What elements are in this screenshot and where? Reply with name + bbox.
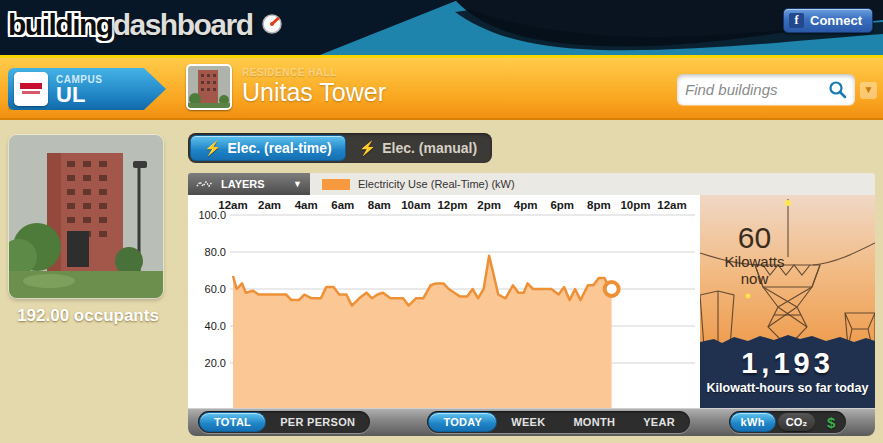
tab-label: Elec. (real-time)	[227, 140, 331, 156]
svg-text:60.0: 60.0	[205, 283, 226, 295]
breadcrumb-campus[interactable]: CAMPUS UL	[8, 68, 166, 110]
facebook-connect-button[interactable]: f Connect	[783, 8, 873, 33]
tab-elec-realtime[interactable]: ⚡ Elec. (real-time)	[190, 135, 346, 161]
scope-toggle: TOTAL PER PERSON	[198, 411, 370, 433]
unit-controls-bar: kWh CO₂ $	[700, 408, 875, 436]
svg-text:6pm: 6pm	[550, 199, 574, 211]
svg-text:8pm: 8pm	[587, 199, 611, 211]
svg-text:4am: 4am	[295, 199, 318, 211]
facebook-icon: f	[789, 13, 804, 28]
electricity-usage-chart[interactable]: 100.080.060.040.020.012am2am4am6am8am10a…	[188, 195, 700, 408]
search-icon[interactable]	[828, 80, 847, 99]
summary-panel: 60 Kilowatts now 1,193 Kilowatt-hours so…	[700, 195, 875, 408]
kilowatts-now-value: 60	[712, 223, 797, 253]
unit-dollar-button[interactable]: $	[817, 414, 845, 431]
svg-text:4pm: 4pm	[514, 199, 538, 211]
layers-label: LAYERS	[221, 178, 265, 190]
meter-tabs: ⚡ Elec. (real-time) ⚡ Elec. (manual)	[188, 133, 492, 163]
period-week-button[interactable]: WEEK	[497, 412, 559, 432]
svg-text:2am: 2am	[258, 199, 281, 211]
kwh-today-label: Kilowatt-hours so far today	[700, 381, 875, 395]
connect-label: Connect	[810, 13, 862, 28]
svg-text:12pm: 12pm	[437, 199, 467, 211]
unit-toggle: kWh CO₂ $	[729, 411, 847, 433]
chart-legend: Electricity Use (Real-Time) (kW)	[310, 173, 875, 195]
current-power-readout: 60 Kilowatts now	[712, 223, 797, 287]
svg-text:20.0: 20.0	[205, 357, 226, 369]
breadcrumb-building[interactable]: RESIDENCE HALL Unitas Tower	[186, 64, 386, 110]
tab-label: Elec. (manual)	[382, 140, 477, 156]
dollar-icon: $	[827, 414, 835, 431]
breadcrumb-bar: CAMPUS UL RESIDENCE HALL Unitas Tower	[0, 58, 883, 120]
campus-name: UL	[56, 85, 102, 105]
lightning-icon: ⚡	[204, 140, 221, 156]
scope-per-person-button[interactable]: PER PERSON	[266, 412, 369, 432]
kilowatts-now-unit: Kilowatts	[712, 253, 797, 270]
svg-text:80.0: 80.0	[205, 246, 226, 258]
svg-text:2pm: 2pm	[477, 199, 501, 211]
layers-caret-icon: ▼	[293, 179, 302, 189]
logo-text-building: building	[8, 8, 113, 41]
kwh-today-value: 1,193	[700, 347, 875, 380]
svg-text:40.0: 40.0	[205, 320, 226, 332]
svg-text:8am: 8am	[368, 199, 391, 211]
tab-elec-manual[interactable]: ⚡ Elec. (manual)	[346, 135, 490, 161]
campus-logo-thumbnail	[14, 72, 48, 106]
unit-co2-button[interactable]: CO₂	[778, 413, 815, 431]
search-dropdown-chevron-icon[interactable]: ▼	[860, 82, 877, 99]
building-type-label: RESIDENCE HALL	[242, 67, 386, 78]
search-box	[677, 74, 855, 105]
period-year-button[interactable]: YEAR	[629, 412, 689, 432]
period-today-button[interactable]: TODAY	[428, 412, 497, 432]
layers-squiggle-icon	[196, 179, 214, 189]
building-dashboard-app: buildingdashboard f Connect CAMPUS UL	[0, 0, 883, 443]
legend-label: Electricity Use (Real-Time) (kW)	[358, 178, 515, 190]
gauge-icon	[261, 13, 283, 35]
kilowatts-now-label: now	[712, 270, 797, 287]
period-toggle: TODAY WEEK MONTH YEAR	[427, 411, 690, 433]
lightning-icon: ⚡	[359, 140, 376, 156]
unit-kwh-button[interactable]: kWh	[730, 412, 776, 432]
svg-text:12am: 12am	[657, 199, 686, 211]
svg-text:6am: 6am	[331, 199, 354, 211]
search-input[interactable]	[685, 81, 828, 98]
period-month-button[interactable]: MONTH	[559, 412, 629, 432]
co2-cloud-icon: CO₂	[786, 416, 807, 428]
app-logo: buildingdashboard	[8, 8, 283, 42]
chart-controls-bar: TOTAL PER PERSON TODAY WEEK MONTH YEAR	[188, 408, 700, 436]
building-thumbnail	[186, 64, 232, 110]
header: buildingdashboard f Connect	[0, 0, 883, 55]
occupants-count: 192.00 occupants	[0, 306, 176, 326]
svg-text:12am: 12am	[218, 199, 247, 211]
legend-color-swatch	[322, 179, 350, 190]
scope-total-button[interactable]: TOTAL	[199, 412, 266, 432]
logo-text-dashboard: dashboard	[113, 8, 253, 41]
svg-text:10am: 10am	[401, 199, 430, 211]
building-photo	[9, 135, 163, 298]
svg-text:10pm: 10pm	[620, 199, 650, 211]
building-name: Unitas Tower	[242, 78, 386, 107]
layers-button[interactable]: LAYERS ▼	[188, 173, 310, 195]
